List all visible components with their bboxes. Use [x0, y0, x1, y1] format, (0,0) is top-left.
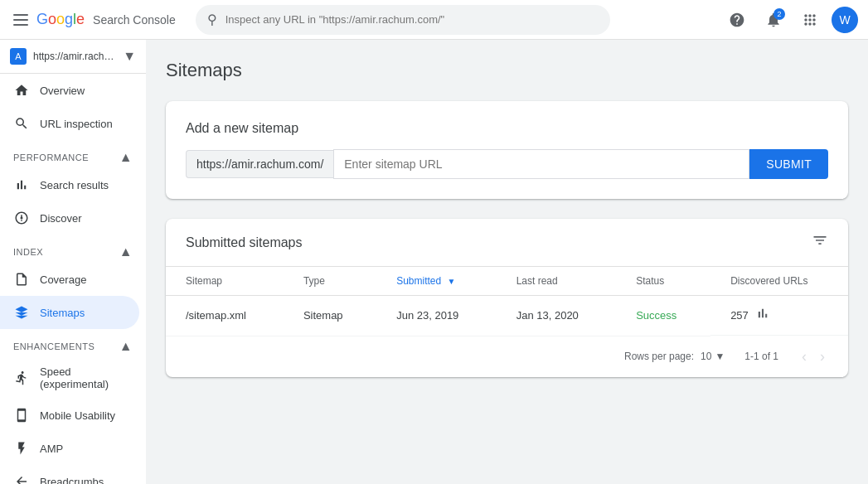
- submit-sitemap-button[interactable]: SUBMIT: [749, 149, 828, 179]
- sidebar-item-url-inspection-label: URL inspection: [40, 118, 113, 130]
- cell-status: Success: [616, 296, 710, 336]
- sitemap-url-prefix: https://amir.rachum.com/: [186, 150, 333, 178]
- sidebar-item-sitemaps-label: Sitemaps: [40, 307, 85, 319]
- col-last-read: Last read: [497, 267, 617, 296]
- sitemaps-table: Sitemap Type Submitted ▼ Last read: [166, 267, 848, 336]
- search-nav-icon: [13, 115, 30, 132]
- sidebar: A https://amir.rachum.com/ ▼ Overview UR…: [0, 40, 146, 484]
- sidebar-item-coverage[interactable]: Coverage: [0, 263, 139, 296]
- menu-icon[interactable]: [10, 10, 30, 30]
- sidebar-item-search-results[interactable]: Search results: [0, 168, 139, 201]
- sidebar-item-amp-label: AMP: [40, 443, 63, 455]
- search-input[interactable]: [225, 13, 599, 26]
- search-bar: ⚲: [196, 5, 610, 35]
- status-badge: Success: [636, 309, 676, 322]
- brand-google-text: Google: [36, 11, 85, 28]
- table-body: /sitemap.xml Sitemap Jun 23, 2019 Jan 13…: [166, 296, 848, 336]
- cell-submitted: Jun 23, 2019: [376, 296, 497, 336]
- col-type: Type: [284, 267, 376, 296]
- sitemap-url-input[interactable]: [333, 149, 749, 179]
- rows-chevron-icon: ▼: [715, 351, 725, 362]
- breadcrumbs-icon: [13, 473, 30, 484]
- add-sitemap-title: Add a new sitemap: [186, 121, 828, 136]
- topbar: Google Search Console ⚲ 2 W: [0, 0, 868, 40]
- cell-last-read: Jan 13, 2020: [497, 296, 617, 336]
- sidebar-section-index[interactable]: Index ▲: [0, 235, 146, 263]
- cell-type: Sitemap: [284, 296, 376, 336]
- mobile-icon: [13, 407, 30, 424]
- sidebar-item-coverage-label: Coverage: [40, 273, 86, 286]
- bar-chart-icon: [13, 177, 30, 193]
- sidebar-item-breadcrumbs[interactable]: Breadcrumbs: [0, 465, 139, 484]
- layout: A https://amir.rachum.com/ ▼ Overview UR…: [0, 40, 868, 484]
- pagination-text: 1-1 of 1: [744, 351, 778, 362]
- sidebar-item-discover[interactable]: Discover: [0, 201, 139, 235]
- property-icon: A: [10, 48, 27, 65]
- index-chevron-icon: ▲: [119, 244, 133, 259]
- property-chevron-icon: ▼: [123, 49, 136, 64]
- enhancements-chevron-icon: ▲: [119, 339, 133, 354]
- sidebar-item-discover-label: Discover: [40, 212, 82, 225]
- coverage-icon: [13, 271, 30, 288]
- sitemaps-icon: [13, 304, 30, 321]
- submitted-sitemaps-title: Submitted sitemaps: [186, 235, 303, 250]
- sidebar-item-overview[interactable]: Overview: [0, 74, 139, 107]
- home-icon: [13, 82, 30, 99]
- prev-page-button[interactable]: ‹: [798, 345, 810, 369]
- sidebar-item-overview-label: Overview: [40, 85, 85, 97]
- topbar-left: Google Search Console: [10, 10, 176, 30]
- main-content: Sitemaps Add a new sitemap https://amir.…: [146, 40, 868, 484]
- sidebar-item-speed[interactable]: Speed (experimental): [0, 357, 139, 399]
- amp-icon: [13, 440, 30, 457]
- col-submitted[interactable]: Submitted ▼: [376, 267, 497, 296]
- rows-per-page-select[interactable]: 10 ▼: [701, 351, 725, 362]
- notifications-button[interactable]: 2: [759, 5, 788, 35]
- brand-logo[interactable]: Google Search Console: [36, 11, 176, 28]
- sidebar-item-search-results-label: Search results: [40, 179, 109, 191]
- help-button[interactable]: [722, 5, 752, 35]
- sidebar-item-breadcrumbs-label: Breadcrumbs: [40, 476, 104, 485]
- speed-icon: [13, 370, 30, 386]
- performance-chevron-icon: ▲: [119, 150, 133, 165]
- table-footer: Rows per page: 10 ▼ 1-1 of 1 ‹ ›: [166, 336, 848, 377]
- discover-icon: [13, 210, 30, 226]
- notification-badge: 2: [773, 8, 785, 20]
- sidebar-item-mobile-usability[interactable]: Mobile Usability: [0, 399, 139, 432]
- property-url: https://amir.rachum.com/: [33, 51, 116, 62]
- avatar[interactable]: W: [832, 7, 858, 33]
- table-header: Sitemap Type Submitted ▼ Last read: [166, 267, 848, 296]
- sidebar-section-enhancements[interactable]: Enhancements ▲: [0, 329, 146, 357]
- property-selector[interactable]: A https://amir.rachum.com/ ▼: [0, 40, 146, 74]
- col-sitemap: Sitemap: [166, 267, 284, 296]
- sidebar-item-sitemaps[interactable]: Sitemaps: [0, 296, 139, 329]
- sidebar-item-amp[interactable]: AMP: [0, 432, 139, 465]
- submitted-sitemaps-header: Submitted sitemaps: [166, 219, 848, 267]
- topbar-right: 2 W: [722, 5, 858, 35]
- col-status: Status: [616, 267, 710, 296]
- page-title: Sitemaps: [166, 60, 848, 81]
- submitted-sitemaps-card: Submitted sitemaps Sitemap Type: [166, 219, 848, 377]
- bar-chart-row-icon[interactable]: [755, 306, 770, 325]
- add-sitemap-card: Add a new sitemap https://amir.rachum.co…: [166, 101, 848, 199]
- filter-icon[interactable]: [812, 232, 828, 253]
- sidebar-item-url-inspection[interactable]: URL inspection: [0, 107, 139, 140]
- next-page-button[interactable]: ›: [817, 345, 828, 369]
- sidebar-section-performance[interactable]: Performance ▲: [0, 140, 146, 168]
- brand-sc-text: Search Console: [93, 13, 176, 27]
- search-icon: ⚲: [207, 12, 217, 27]
- apps-button[interactable]: [795, 5, 825, 35]
- cell-sitemap: /sitemap.xml: [166, 296, 284, 336]
- cell-discovered-urls: 257: [710, 296, 848, 336]
- pagination-controls: ‹ ›: [798, 345, 828, 369]
- sidebar-item-speed-label: Speed (experimental): [40, 365, 126, 390]
- table-row: /sitemap.xml Sitemap Jun 23, 2019 Jan 13…: [166, 296, 848, 336]
- col-discovered-urls: Discovered URLs: [710, 267, 848, 296]
- sort-arrow-icon: ▼: [448, 277, 456, 286]
- rows-per-page: Rows per page: 10 ▼: [624, 351, 725, 362]
- add-sitemap-row: https://amir.rachum.com/ SUBMIT: [186, 149, 828, 179]
- sidebar-item-mobile-usability-label: Mobile Usability: [40, 409, 115, 422]
